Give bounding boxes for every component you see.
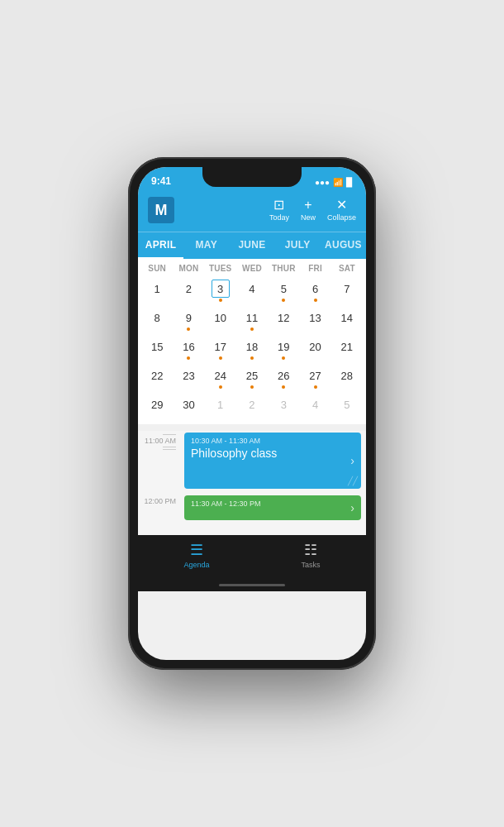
battery-icon: ▉ [346, 178, 353, 187]
day-fri: FRI [299, 264, 330, 273]
event-dot [282, 299, 285, 302]
cal-day-0-6[interactable]: 7 [331, 276, 363, 305]
cal-day-0-3[interactable]: 4 [236, 276, 268, 305]
day-wed: WED [236, 264, 268, 273]
cal-day-3-1[interactable]: 23 [173, 363, 204, 392]
event-column-12pm: 11:30 AM - 12:30 PM › [183, 494, 366, 535]
cal-day-3-6[interactable]: 28 [331, 363, 363, 392]
time-line-3 [163, 449, 176, 450]
cal-day-1-6[interactable]: 14 [331, 305, 363, 334]
event-philosophy[interactable]: 10:30 AM - 11:30 AM Philosophy class › ╱… [184, 433, 361, 489]
tab-may[interactable]: MAY [183, 232, 229, 259]
month-tabs: APRIL MAY JUNE JULY AUGUS [138, 232, 366, 259]
cal-day-2-3[interactable]: 18 [236, 334, 268, 363]
collapse-icon: ✕ [336, 198, 347, 212]
event-dot [187, 327, 190, 331]
event-dot [282, 385, 285, 389]
cal-day-4-6[interactable]: 5 [331, 392, 363, 421]
signal-icon: ●●● [315, 178, 330, 187]
day-mon: MON [173, 264, 204, 273]
cal-day-3-0[interactable]: 22 [141, 363, 173, 392]
cal-day-3-3[interactable]: 25 [236, 363, 268, 392]
cal-day-2-6[interactable]: 21 [331, 334, 363, 363]
cal-day-3-2[interactable]: 24 [205, 363, 236, 392]
day-thu: THUR [268, 264, 299, 273]
day-tue: TUES [205, 264, 236, 273]
cal-day-2-0[interactable]: 15 [141, 334, 173, 363]
new-button[interactable]: + New [301, 198, 316, 222]
calendar-grid: 1234567891011121314151617181920212223242… [138, 275, 366, 424]
cal-day-2-1[interactable]: 16 [173, 334, 204, 363]
cal-day-0-1[interactable]: 2 [173, 276, 204, 305]
cal-day-4-5[interactable]: 4 [299, 392, 330, 421]
cal-day-4-1[interactable]: 30 [173, 392, 204, 421]
cal-day-4-3[interactable]: 2 [236, 392, 268, 421]
collapse-button[interactable]: ✕ Collapse [327, 198, 356, 222]
cal-day-2-5[interactable]: 20 [299, 334, 330, 363]
tab-april[interactable]: APRIL [138, 232, 183, 259]
header-actions: ⊡ Today + New ✕ Collapse [269, 198, 356, 222]
today-icon: ⊡ [273, 198, 284, 212]
event-corner-icon: ╱╱ [348, 476, 358, 485]
time-label-11am: 11:00 AM [145, 437, 176, 445]
phone-frame: 9:41 ●●● 📶 ▉ M ⊡ Today + New ✕ [128, 157, 376, 670]
event-dot [282, 356, 285, 360]
calendar-header: SUN MON TUES WED THUR FRI SAT [138, 259, 366, 275]
app-logo: M [148, 197, 174, 223]
time-label-12pm: 12:00 PM [144, 497, 176, 505]
tab-july[interactable]: JULY [275, 232, 321, 259]
cal-day-2-2[interactable]: 17 [205, 334, 236, 363]
nav-agenda[interactable]: ☰ Agenda [183, 541, 209, 569]
time-line-2 [163, 447, 176, 447]
cal-day-4-0[interactable]: 29 [141, 392, 173, 421]
cal-day-1-2[interactable]: 10 [205, 305, 236, 334]
cal-day-0-2[interactable]: 3 [205, 276, 236, 305]
event-dot [250, 356, 254, 360]
event-time-philosophy: 10:30 AM - 11:30 AM [191, 437, 354, 445]
cal-day-3-5[interactable]: 27 [299, 363, 330, 392]
cal-day-0-5[interactable]: 6 [299, 276, 330, 305]
cal-day-1-5[interactable]: 13 [299, 305, 330, 334]
cal-day-0-0[interactable]: 1 [141, 276, 173, 305]
agenda-row-12pm: 12:00 PM 11:30 AM - 12:30 PM › [138, 494, 366, 535]
event-chevron-icon: › [350, 454, 354, 467]
cal-day-3-4[interactable]: 26 [268, 363, 299, 392]
phone-screen: 9:41 ●●● 📶 ▉ M ⊡ Today + New ✕ [138, 167, 366, 660]
event-dot [187, 356, 190, 360]
cal-day-4-2[interactable]: 1 [205, 392, 236, 421]
cal-day-2-4[interactable]: 19 [268, 334, 299, 363]
event-dot [219, 356, 222, 360]
nav-tasks[interactable]: ☷ Tasks [301, 541, 320, 569]
event-dot [250, 385, 254, 389]
event-dot [219, 385, 222, 389]
cal-day-1-4[interactable]: 12 [268, 305, 299, 334]
cal-day-0-4[interactable]: 5 [268, 276, 299, 305]
home-indicator [138, 578, 366, 591]
event-title-philosophy: Philosophy class [191, 447, 354, 460]
event-chevron-green-icon: › [350, 501, 354, 514]
cal-day-4-4[interactable]: 3 [268, 392, 299, 421]
day-sun: SUN [141, 264, 173, 273]
time-line [163, 434, 176, 435]
notch [202, 167, 302, 187]
agenda-icon: ☰ [190, 541, 203, 559]
time-column-11am: 11:00 AM [138, 431, 183, 494]
new-icon: + [304, 198, 311, 212]
cal-day-1-3[interactable]: 11 [236, 305, 268, 334]
collapse-label: Collapse [327, 213, 356, 222]
tab-june[interactable]: JUNE [229, 232, 274, 259]
agenda-nav-label: Agenda [183, 561, 209, 569]
tasks-icon: ☷ [304, 541, 317, 559]
event-column-11am: 10:30 AM - 11:30 AM Philosophy class › ╱… [183, 431, 366, 494]
day-sat: SAT [331, 264, 363, 273]
status-icons: ●●● 📶 ▉ [315, 178, 353, 187]
cal-day-1-1[interactable]: 9 [173, 305, 204, 334]
today-button[interactable]: ⊡ Today [269, 198, 289, 222]
event-green[interactable]: 11:30 AM - 12:30 PM › [184, 495, 361, 520]
calendar: SUN MON TUES WED THUR FRI SAT 1234567891… [138, 259, 366, 424]
event-dot [250, 327, 254, 331]
today-label: Today [269, 213, 289, 222]
tab-august[interactable]: AUGUS [321, 232, 366, 259]
cal-day-1-0[interactable]: 8 [141, 305, 173, 334]
event-dot [314, 299, 317, 302]
